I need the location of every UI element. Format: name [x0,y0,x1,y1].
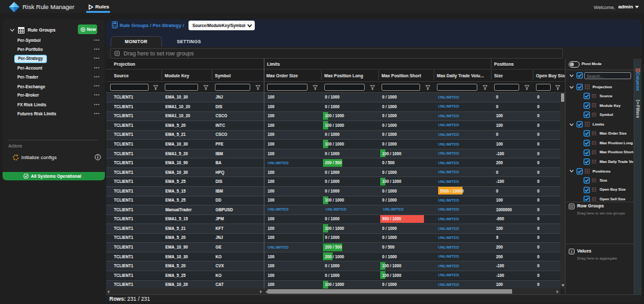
svg-text:Σ: Σ [571,249,573,253]
